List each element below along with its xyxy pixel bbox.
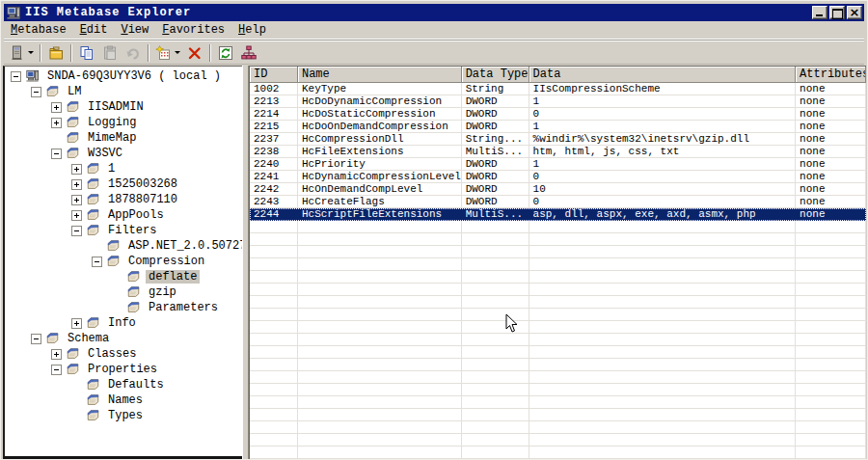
- collapse-toggle-icon[interactable]: [11, 71, 21, 82]
- empty-row[interactable]: [250, 421, 866, 434]
- tree-item-logging[interactable]: Logging: [5, 115, 242, 130]
- connect-button[interactable]: [6, 42, 37, 64]
- tree-item-label[interactable]: Compression: [125, 255, 207, 268]
- tree-item-label[interactable]: W3SVC: [85, 147, 125, 160]
- collapse-toggle-icon[interactable]: [92, 257, 102, 267]
- column-header-data[interactable]: Data: [529, 67, 797, 83]
- tree-item-lm[interactable]: LM: [5, 84, 242, 99]
- tree-item-names[interactable]: Names: [5, 392, 242, 408]
- property-row-2237[interactable]: 2237HcCompressionDllString...%windir%\sy…: [250, 133, 866, 146]
- tree-item-label[interactable]: 1525003268: [105, 177, 180, 191]
- tree-item-parameters[interactable]: Parameters: [5, 300, 242, 315]
- empty-row[interactable]: [250, 346, 866, 359]
- refresh-button[interactable]: [214, 42, 237, 64]
- tree-item-label[interactable]: Types: [105, 409, 146, 422]
- tree-item-label[interactable]: 1: [105, 162, 118, 176]
- property-row-2243[interactable]: 2243HcCreateFlagsDWORD0none: [250, 196, 866, 208]
- empty-row[interactable]: [250, 396, 866, 409]
- empty-row[interactable]: [250, 296, 866, 309]
- tree-item-classes[interactable]: Classes: [5, 346, 242, 362]
- tree-item-mimemap[interactable]: MimeMap: [5, 130, 242, 146]
- tree-item-label[interactable]: LM: [65, 85, 84, 98]
- menu-item-help[interactable]: Help: [231, 22, 273, 38]
- property-row-2241[interactable]: 2241HcDynamicCompressionLevelDWORD0none: [250, 171, 866, 183]
- tree-item-label[interactable]: Logging: [85, 116, 139, 129]
- tree-item-label[interactable]: 1878807110: [105, 193, 180, 206]
- tree-item-label[interactable]: Names: [105, 393, 146, 407]
- property-row-2215[interactable]: 2215HcDoOnDemandCompressionDWORD1none: [250, 121, 866, 133]
- property-row-2240[interactable]: 2240HcPriorityDWORD1none: [250, 158, 866, 171]
- tree-item-info[interactable]: Info: [5, 315, 242, 331]
- tree-item-snda-69q3uyy3v6-local-[interactable]: SNDA-69Q3UYY3V6 ( local ): [5, 68, 242, 84]
- column-header-attributes[interactable]: Attributes: [796, 67, 866, 83]
- collapse-toggle-icon[interactable]: [71, 226, 82, 236]
- column-header-name[interactable]: Name: [298, 67, 462, 83]
- empty-row[interactable]: [250, 384, 866, 396]
- copy-button[interactable]: [75, 42, 98, 64]
- tree-item-label[interactable]: MimeMap: [85, 131, 139, 145]
- tree-item-apppools[interactable]: AppPools: [5, 207, 242, 223]
- tree-item-1878807110[interactable]: 1878807110: [5, 192, 242, 207]
- empty-row[interactable]: [250, 309, 866, 321]
- tree-item-schema[interactable]: Schema: [5, 331, 242, 346]
- tree-item-label[interactable]: Info: [105, 316, 139, 330]
- empty-row[interactable]: [250, 359, 866, 371]
- tree-item-label[interactable]: gzip: [146, 285, 179, 299]
- empty-row[interactable]: [250, 334, 866, 346]
- tree-item-label[interactable]: Classes: [85, 347, 139, 361]
- expand-toggle-icon[interactable]: [71, 210, 82, 221]
- empty-row[interactable]: [250, 446, 866, 459]
- tree-item-label[interactable]: Parameters: [146, 301, 221, 314]
- tree-item-types[interactable]: Types: [5, 408, 242, 423]
- titlebar[interactable]: IIS Metabase Explorer: [4, 4, 864, 21]
- menu-item-edit[interactable]: Edit: [73, 22, 115, 38]
- property-row-2244[interactable]: 2244HcScriptFileExtensionsMultiS...asp, …: [250, 208, 866, 221]
- export-button[interactable]: [44, 42, 68, 64]
- new-key-button[interactable]: [152, 42, 183, 64]
- tree-item-filters[interactable]: Filters: [5, 223, 242, 238]
- empty-row[interactable]: [250, 321, 866, 334]
- property-row-2242[interactable]: 2242HcOnDemandCompLevelDWORD10none: [250, 183, 866, 196]
- tree-item-w3svc[interactable]: W3SVC: [5, 146, 242, 161]
- panel-splitter[interactable]: [242, 66, 249, 459]
- expand-toggle-icon[interactable]: [51, 102, 62, 113]
- undo-button[interactable]: [122, 42, 145, 64]
- column-header-id[interactable]: ID: [250, 67, 298, 83]
- menu-item-view[interactable]: View: [114, 22, 155, 38]
- maximize-button[interactable]: [829, 6, 845, 19]
- expand-toggle-icon[interactable]: [71, 164, 82, 175]
- tree-item-label[interactable]: Filters: [105, 224, 159, 237]
- collapse-toggle-icon[interactable]: [31, 87, 41, 97]
- expand-toggle-icon[interactable]: [71, 179, 82, 190]
- tree-item-gzip[interactable]: gzip: [5, 284, 242, 300]
- tree-item-label[interactable]: Defaults: [105, 378, 167, 392]
- empty-row[interactable]: [250, 371, 866, 384]
- property-row-2238[interactable]: 2238HcFileExtensionsMultiS...htm, html, …: [250, 146, 866, 158]
- dropdown-caret-icon[interactable]: [175, 51, 180, 54]
- tree-item-label[interactable]: AppPools: [105, 208, 167, 222]
- tree-item-label[interactable]: SNDA-69Q3UYY3V6 ( local ): [44, 69, 224, 83]
- dropdown-caret-icon[interactable]: [28, 51, 34, 54]
- tree-item-deflate[interactable]: deflate: [5, 269, 242, 284]
- tree-item-label[interactable]: Schema: [65, 332, 112, 345]
- tree-item-defaults[interactable]: Defaults: [5, 377, 242, 392]
- tree-item-compression[interactable]: Compression: [5, 254, 242, 269]
- empty-row[interactable]: [250, 233, 866, 246]
- empty-row[interactable]: [250, 221, 866, 233]
- tree-item-label[interactable]: Properties: [85, 363, 160, 376]
- column-header-data-type[interactable]: Data Type: [462, 67, 529, 83]
- collapse-toggle-icon[interactable]: [51, 149, 62, 159]
- expand-toggle-icon[interactable]: [51, 118, 62, 128]
- property-row-2213[interactable]: 2213HcDoDynamicCompressionDWORD1none: [250, 95, 866, 108]
- delete-button[interactable]: [183, 42, 206, 64]
- expand-toggle-icon[interactable]: [51, 349, 62, 360]
- hierarchy-button[interactable]: [237, 42, 260, 64]
- close-button[interactable]: [847, 6, 862, 19]
- tree-item-iisadmin[interactable]: IISADMIN: [5, 99, 242, 115]
- empty-row[interactable]: [250, 246, 866, 258]
- collapse-toggle-icon[interactable]: [31, 334, 41, 344]
- tree-item-label[interactable]: IISADMIN: [85, 100, 147, 114]
- tree-item-1525003268[interactable]: 1525003268: [5, 176, 242, 192]
- tree-item-label[interactable]: deflate: [146, 270, 200, 284]
- empty-row[interactable]: [250, 434, 866, 446]
